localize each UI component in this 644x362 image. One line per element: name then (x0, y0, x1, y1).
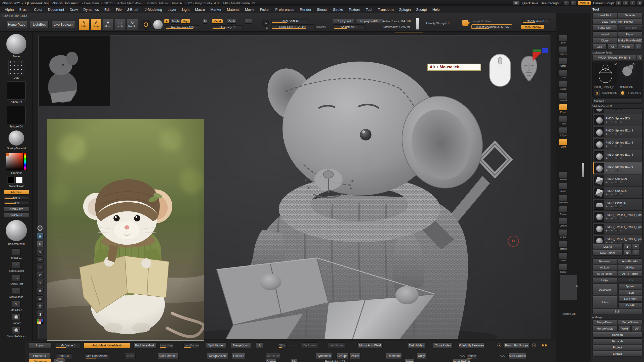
right-shelf-button[interactable]: Xpose (558, 264, 569, 273)
subtool-row[interactable]: ◉ • • • (593, 108, 642, 114)
auto-groups-button[interactable]: Auto Groups (508, 353, 526, 359)
photo-toolbar-button[interactable]: ✎ (37, 249, 44, 255)
all-high-button[interactable]: All High (618, 265, 643, 270)
smooth-brush-icon[interactable] (12, 314, 21, 321)
polish-by-features-button[interactable]: Polish By Features (459, 342, 484, 348)
fillobject-button[interactable]: FillObject (4, 213, 29, 218)
visible-count-label[interactable]: Visible Count 11 (592, 104, 642, 108)
lazyradius-slider[interactable]: LazyRadius (183, 342, 199, 348)
subtool-row[interactable]: PM3D_Sphere3D1_4 ◉ • • • (593, 150, 642, 162)
sdiv-slider[interactable]: SDiv (278, 342, 287, 348)
all-low-button[interactable]: All Low (592, 265, 617, 270)
current-brush-preview[interactable] (6, 34, 27, 54)
subtool-mini-slider[interactable]: • • • (610, 157, 613, 159)
subtool-row[interactable]: PM3D_Plane3D1 ◉ • • • (593, 199, 642, 211)
gravity-track[interactable] (426, 27, 454, 28)
subtool-row[interactable]: PM3D_Cube3D1 ◉ • • • (593, 174, 642, 187)
right-shelf-button[interactable]: Solo (558, 252, 569, 262)
accucurve-button[interactable]: AccuCurve (4, 206, 29, 211)
eye-icon[interactable]: ◉ (606, 121, 608, 123)
uv-toggle-icon[interactable] (620, 157, 622, 159)
all-to-home-button[interactable]: All To Home (592, 271, 617, 277)
lazystep-slider[interactable]: LazyStep (159, 342, 174, 348)
projectall-button[interactable]: ProjectAll (29, 353, 50, 359)
subtool-row[interactable]: PM3D_Sphere3D1_6 ◉ • • • (593, 162, 642, 174)
subtool-row[interactable]: PM3D_Sphere3D1_3 ◉ • • • (593, 126, 642, 138)
unify-button[interactable]: Unify (417, 353, 426, 359)
menu-item[interactable]: Layer (165, 7, 179, 12)
field-of-view-slider[interactable]: Field of view(deg) 39.59775 (471, 24, 512, 29)
subtool-row[interactable]: PM3D_Sphere3D1_8 ◉ • • • (593, 138, 642, 150)
photo-toolbar-button[interactable]: ↶ (37, 272, 44, 278)
right-shelf-button[interactable]: AAHalf (558, 93, 569, 102)
uv-toggle-icon[interactable] (620, 169, 622, 171)
photo-toolbar-button[interactable]: ◉ (37, 233, 44, 239)
subtool-mini-slider[interactable]: • • • (610, 229, 613, 232)
del-other-button[interactable]: Del Other (618, 296, 643, 302)
subtool-mini-slider[interactable]: • • • (610, 133, 613, 135)
photo-toolbar-button[interactable]: ▤ (37, 295, 44, 302)
window-icon[interactable]: ▣ (637, 1, 642, 5)
new-folder-button[interactable]: New Folder (592, 250, 623, 256)
morph-uv-button[interactable]: Morph UV (266, 353, 281, 359)
photo-toolbar-button[interactable]: ▦ (37, 288, 44, 294)
backfacemask-button[interactable]: BackfaceMask (133, 342, 156, 348)
eye-icon[interactable]: ◉ (606, 229, 608, 232)
subtool-row[interactable]: PM3D_TPose1_PM3D_Sphere3 ◉ • • • (593, 223, 642, 235)
rgb-intensity-slider[interactable]: Rgb Intensity 100 (166, 25, 199, 29)
subtool-up-button[interactable]: ▲ (624, 244, 631, 249)
gravity-strength-label[interactable]: Gravity Strength 0 (426, 22, 450, 25)
photo-toolbar-button[interactable]: ➤ (37, 241, 44, 247)
mergedown-button[interactable]: MergeDown (231, 342, 251, 348)
photo-toolbar-button[interactable]: ◨ (37, 311, 44, 317)
quicksave-button[interactable]: QuickSave (522, 1, 538, 5)
right-shelf-button[interactable]: L.Sym (558, 127, 569, 137)
right-shelf-button[interactable]: Zoom (558, 69, 569, 79)
append-button[interactable]: Append (618, 284, 643, 289)
mergedown-button[interactable]: MergeDown (592, 320, 617, 325)
menu-item[interactable]: Draw (67, 7, 80, 12)
draw-size-slider[interactable]: Draw Size 80.22444 (271, 24, 314, 29)
uv-button[interactable]: UV (632, 326, 642, 331)
zremesher-button[interactable]: ZRemesher (386, 353, 402, 359)
replay-last-button[interactable]: ReplayLast (333, 19, 355, 23)
m-chip[interactable]: M (203, 19, 208, 24)
right-shelf-button[interactable]: SPix 3 (558, 46, 569, 56)
menu-item[interactable]: Dynamics (81, 7, 101, 12)
material-sphere-icon[interactable] (153, 20, 163, 30)
current-color-swatch[interactable] (6, 153, 9, 156)
replay-last-rel-button[interactable]: ReplayLastRel (356, 19, 383, 23)
alternate-button[interactable]: Alternate (4, 190, 29, 195)
eye-icon[interactable]: ◉ (606, 193, 608, 196)
eye-icon[interactable]: ◉ (606, 108, 608, 110)
import-button[interactable]: Import (592, 31, 617, 37)
goz-visible-button[interactable]: Visible (618, 44, 634, 50)
main-color-swatch[interactable] (8, 177, 15, 184)
menu-item[interactable]: Brush (17, 7, 31, 12)
eye-icon[interactable]: ◉ (606, 205, 608, 208)
menu-item[interactable]: Macro (193, 7, 207, 12)
extract-section-button[interactable]: Extract (592, 351, 642, 356)
polish-groups-dial[interactable] (532, 343, 536, 347)
color-tab-button[interactable]: Color (54, 359, 65, 362)
colorize-button[interactable]: Colorize (232, 353, 246, 359)
autoreorder-button[interactable]: AutoReorder (618, 258, 643, 264)
paste-subtool-button[interactable]: Paste (618, 277, 643, 283)
move-button[interactable]: ✚Move (103, 19, 113, 30)
export-button[interactable]: Export (618, 31, 643, 37)
polypaint-icon[interactable] (615, 229, 618, 232)
uv-toggle-icon[interactable] (620, 193, 622, 196)
mirror-button[interactable]: Mirror (405, 359, 415, 362)
polypaint-icon[interactable] (615, 108, 618, 110)
deep-shadow-button[interactable]: DeepShadow (521, 24, 544, 29)
layout-icon[interactable]: ◫ (571, 1, 576, 5)
merge-section-label[interactable]: ▸ Merge (592, 315, 642, 320)
rgb-chip[interactable]: Rgb (181, 19, 190, 24)
uv-toggle-icon[interactable] (620, 181, 622, 184)
load-tools-from-project-button[interactable]: Load Tools From Project (592, 19, 642, 24)
camera-icon[interactable] (462, 20, 468, 26)
subtool-row[interactable]: PM3D_TPose1_PM3D_Sphere3 ◉ • • • (593, 211, 642, 223)
menu-item[interactable]: J-Modeling (143, 7, 164, 12)
polish-button[interactable]: Polish (349, 353, 360, 359)
uv-toggle-icon[interactable] (620, 133, 622, 135)
